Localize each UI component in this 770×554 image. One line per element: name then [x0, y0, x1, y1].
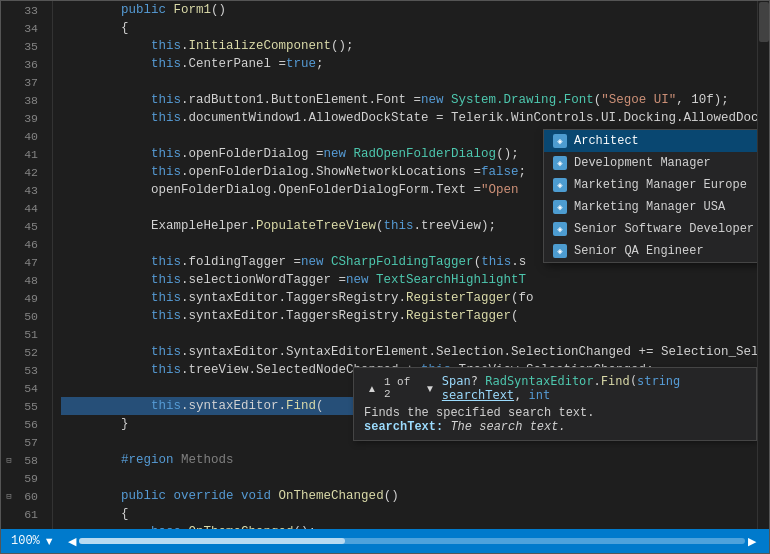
code-line-52: this .syntaxEditor.SyntaxEditorElement.S…	[61, 343, 757, 361]
member-icon: ◈	[553, 200, 567, 214]
autocomplete-item-label: Senior Software Developer	[574, 222, 754, 236]
line-num-49: 49	[1, 289, 44, 307]
line-num-57: 57	[1, 433, 44, 451]
autocomplete-item-icon: ◈	[552, 155, 568, 171]
code-line-33: public Form1 ()	[61, 1, 757, 19]
line-num-45: 45	[1, 217, 44, 235]
status-bar: 100% ▼ ◀ ▶	[1, 529, 769, 553]
code-content: public Form1 () { this . InitializeCompo…	[53, 1, 757, 529]
tooltip-navigation: ▲ 1 of 2 ▼ Span? RadSyntaxEditor.Find(st…	[364, 374, 746, 402]
editor-scrollbar-thumb	[759, 2, 769, 42]
code-area: 33 34 35 36 37 38 39 40 41 42 43 44 45 4…	[1, 1, 769, 529]
line-num-60: ⊟ 60	[1, 487, 44, 505]
line-num-36: 36	[1, 55, 44, 73]
tooltip-prev-btn[interactable]: ▲	[364, 382, 380, 395]
code-line-59	[61, 469, 757, 487]
tooltip-description: Finds the specified search text.	[364, 406, 746, 420]
fold-icon-60[interactable]: ⊟	[3, 490, 15, 502]
autocomplete-item-mkt-europe[interactable]: ◈ Marketing Manager Europe	[544, 174, 757, 196]
line-num-56: 56	[1, 415, 44, 433]
editor-scrollbar-v[interactable]	[757, 1, 769, 529]
code-line-39: this .documentWindow1.AllowedDockState =…	[61, 109, 757, 127]
autocomplete-item-icon: ◈	[552, 177, 568, 193]
autocomplete-item-senior-qa[interactable]: ◈ Senior QA Engineer	[544, 240, 757, 262]
line-num-39: 39	[1, 109, 44, 127]
line-num-46: 46	[1, 235, 44, 253]
code-line-62: base . OnThemeChanged ();	[61, 523, 757, 529]
zoom-value: 100%	[11, 534, 40, 548]
line-num-62: 62	[1, 523, 44, 529]
autocomplete-item-mkt-usa[interactable]: ◈ Marketing Manager USA	[544, 196, 757, 218]
code-lines: public Form1 () { this . InitializeCompo…	[53, 1, 757, 529]
autocomplete-item-icon: ◈	[552, 199, 568, 215]
tooltip-signature: Span? RadSyntaxEditor.Find(string search…	[442, 374, 746, 402]
member-icon: ◈	[553, 244, 567, 258]
line-num-44: 44	[1, 199, 44, 217]
member-icon: ◈	[553, 222, 567, 236]
tooltip-next-btn[interactable]: ▼	[422, 382, 438, 395]
line-num-38: 38	[1, 91, 44, 109]
autocomplete-item-label: Senior QA Engineer	[574, 244, 704, 258]
line-num-33: 33	[1, 1, 44, 19]
code-line-35: this . InitializeComponent ();	[61, 37, 757, 55]
line-num-42: 42	[1, 163, 44, 181]
line-num-53: 53	[1, 361, 44, 379]
line-num-47: 47	[1, 253, 44, 271]
line-num-54: 54	[1, 379, 44, 397]
line-num-37: 37	[1, 73, 44, 91]
autocomplete-item-label: Marketing Manager Europe	[574, 178, 747, 192]
fold-icon-58[interactable]: ⊟	[3, 454, 15, 466]
horizontal-scroll: ◀ ▶	[65, 535, 759, 548]
line-num-34: 34	[1, 19, 44, 37]
hscroll-thumb	[79, 538, 346, 544]
autocomplete-dropdown: ◈ Architect ◈ Development Manager ◈ Mark…	[543, 129, 757, 263]
line-num-55: 55	[1, 397, 44, 415]
line-numbers: 33 34 35 36 37 38 39 40 41 42 43 44 45 4…	[1, 1, 53, 529]
line-num-52: 52	[1, 343, 44, 361]
autocomplete-item-icon: ◈	[552, 243, 568, 259]
autocomplete-item-icon: ◈	[552, 221, 568, 237]
line-num-59: 59	[1, 469, 44, 487]
autocomplete-item-label: Development Manager	[574, 156, 711, 170]
tooltip-param-description: searchText: The search text.	[364, 420, 746, 434]
code-line-60: public override void OnThemeChanged ()	[61, 487, 757, 505]
autocomplete-item-dev-manager[interactable]: ◈ Development Manager	[544, 152, 757, 174]
line-num-51: 51	[1, 325, 44, 343]
code-line-50: this .syntaxEditor.TaggersRegistry. Regi…	[61, 307, 757, 325]
code-line-49: this .syntaxEditor.TaggersRegistry. Regi…	[61, 289, 757, 307]
code-line-61: {	[61, 505, 757, 523]
autocomplete-item-senior-dev[interactable]: ◈ Senior Software Developer	[544, 218, 757, 240]
zoom-selector: 100% ▼	[11, 534, 57, 548]
member-icon: ◈	[553, 156, 567, 170]
line-num-43: 43	[1, 181, 44, 199]
line-num-61: 61	[1, 505, 44, 523]
autocomplete-item-label: Architect	[574, 134, 639, 148]
code-line-58: #region Methods	[61, 451, 757, 469]
hscroll-left-btn[interactable]: ◀	[65, 535, 79, 548]
line-num-40: 40	[1, 127, 44, 145]
editor-container: 33 34 35 36 37 38 39 40 41 42 43 44 45 4…	[0, 0, 770, 554]
code-line-36: this .CenterPanel = true ;	[61, 55, 757, 73]
hscroll-track[interactable]	[79, 538, 745, 544]
line-num-41: 41	[1, 145, 44, 163]
member-icon: ◈	[553, 178, 567, 192]
line-num-35: 35	[1, 37, 44, 55]
line-num-48: 48	[1, 271, 44, 289]
code-line-34: {	[61, 19, 757, 37]
code-line-38: this .radButton1.ButtonElement.Font = ne…	[61, 91, 757, 109]
code-line-48: this .selectionWordTagger = new TextSear…	[61, 271, 757, 289]
tooltip-counter: 1 of 2	[384, 376, 418, 400]
member-icon: ◈	[553, 134, 567, 148]
code-line-51	[61, 325, 757, 343]
method-signature-tooltip: ▲ 1 of 2 ▼ Span? RadSyntaxEditor.Find(st…	[353, 367, 757, 441]
code-line-37	[61, 73, 757, 91]
autocomplete-item-label: Marketing Manager USA	[574, 200, 725, 214]
autocomplete-item-architect[interactable]: ◈ Architect	[544, 130, 757, 152]
line-num-58: ⊟ 58	[1, 451, 44, 469]
hscroll-right-btn[interactable]: ▶	[745, 535, 759, 548]
line-num-50: 50	[1, 307, 44, 325]
autocomplete-item-icon: ◈	[552, 133, 568, 149]
zoom-dropdown-btn[interactable]: ▼	[42, 535, 57, 547]
